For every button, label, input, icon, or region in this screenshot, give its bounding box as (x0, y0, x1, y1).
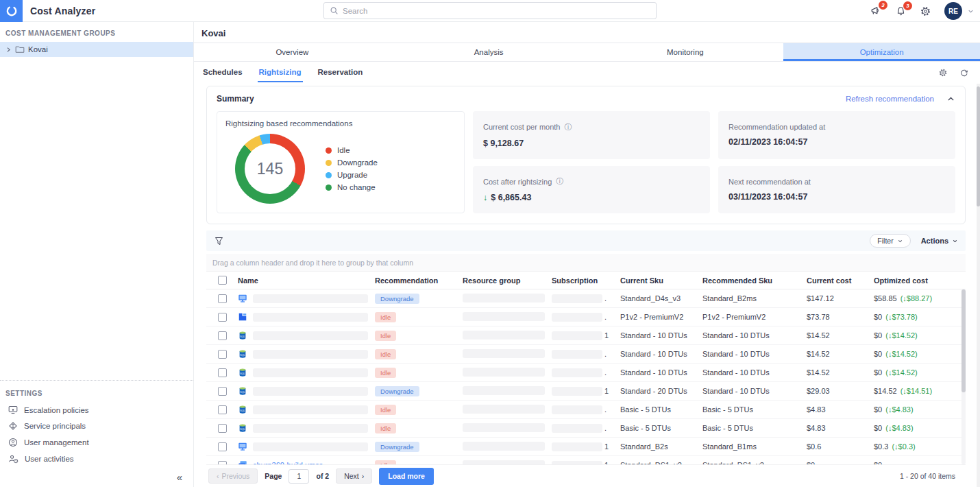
table-row[interactable]: SQLIdle.Basic - 5 DTUsBasic - 5 DTUs$4.8… (206, 419, 966, 438)
column-header-recommended-sku[interactable]: Recommended Sku (702, 276, 807, 285)
row-checkbox[interactable] (218, 294, 227, 303)
svg-text:SQL: SQL (240, 409, 245, 412)
row-checkbox[interactable] (218, 442, 227, 451)
svg-text:SQL: SQL (240, 428, 245, 431)
avatar-chevron-down-icon[interactable] (967, 8, 975, 15)
page-scrollbar[interactable] (977, 84, 980, 487)
app-title: Cost Analyzer (30, 5, 95, 16)
optimized-cost-value: $0 (874, 405, 882, 414)
search-box[interactable] (323, 2, 657, 19)
settings-gear-button[interactable] (920, 5, 931, 17)
row-checkbox[interactable] (218, 461, 227, 465)
card-label-text: Recommendation updated at (728, 123, 825, 131)
row-checkbox[interactable] (218, 424, 227, 433)
optimization-settings-gear-icon[interactable] (938, 68, 948, 78)
column-header-recommendation[interactable]: Recommendation (375, 276, 463, 285)
filter-funnel-icon[interactable] (214, 236, 224, 246)
app-resource-icon (238, 312, 247, 322)
select-all-checkbox[interactable] (218, 276, 227, 285)
card-value-text: 02/11/2023 16:04:57 (728, 137, 807, 147)
table-row[interactable]: SQLDowngrade1Standard - 20 DTUsStandard … (206, 382, 966, 401)
table-row[interactable]: Downgrade.Standard_D4s_v3Standard_B2ms$1… (206, 289, 966, 308)
sidebar-item-service-principals[interactable]: Service principals (0, 418, 193, 434)
actions-dropdown-label: Actions (921, 237, 948, 245)
previous-page-button[interactable]: ‹ Previous (208, 468, 258, 484)
column-header-current-cost[interactable]: Current cost (807, 276, 874, 285)
row-checkbox[interactable] (218, 331, 227, 340)
row-checkbox[interactable] (218, 387, 227, 396)
load-more-button[interactable]: Load more (379, 468, 434, 485)
recommendation-badge: Idle (375, 405, 396, 415)
refresh-icon[interactable] (959, 68, 969, 78)
sql-resource-icon: SQL (238, 349, 247, 359)
page-number-input[interactable] (289, 469, 309, 484)
tab-monitoring[interactable]: Monitoring (587, 43, 784, 61)
row-checkbox[interactable] (218, 313, 227, 322)
table-row[interactable]: SQLIdle.Standard - 10 DTUsStandard - 10 … (206, 345, 966, 364)
next-page-button[interactable]: Next › (336, 468, 372, 484)
user-avatar[interactable]: RE (944, 2, 962, 20)
row-checkbox[interactable] (218, 405, 227, 414)
tab-optimization[interactable]: Optimization (783, 43, 980, 61)
subtab-reservation[interactable]: Reservation (317, 62, 365, 82)
column-header-subscription[interactable]: Subscription (552, 276, 620, 285)
column-header-resource-group[interactable]: Resource group (463, 276, 552, 285)
summary-collapse-chevron-up-icon[interactable] (946, 95, 955, 104)
current-cost-cell: $4.83 (807, 424, 874, 432)
subscription-suffix: . (604, 350, 607, 358)
info-icon[interactable]: ⓘ (565, 122, 572, 132)
table-scrollbar[interactable] (961, 289, 966, 464)
chevron-down-icon (897, 238, 903, 244)
column-header-current-sku[interactable]: Current Sku (620, 276, 702, 285)
sidebar-collapse-button[interactable]: « (0, 467, 193, 487)
actions-dropdown-button[interactable]: Actions (921, 237, 958, 245)
sidebar-item-user-management[interactable]: User management (0, 434, 193, 451)
expand-caret-icon[interactable] (5, 47, 12, 53)
table-row[interactable]: Idle.P1v2 - PremiumV2P1v2 - PremiumV2$73… (206, 308, 966, 326)
row-checkbox[interactable] (218, 368, 227, 377)
recommended-sku-cell: Standard - 10 DTUs (702, 387, 807, 395)
tab-overview[interactable]: Overview (194, 43, 391, 61)
service-principals-icon (8, 421, 18, 431)
subscription-suffix: . (604, 368, 607, 377)
notifications-button[interactable]: 3 (895, 5, 907, 17)
main-area: Kovai OverviewAnalysisMonitoringOptimiza… (194, 22, 980, 487)
info-icon[interactable]: ⓘ (556, 176, 563, 187)
page-scrollbar-thumb[interactable] (977, 86, 980, 206)
table-row[interactable]: SQLIdle.Standard - 10 DTUsStandard - 10 … (206, 364, 966, 382)
recommendation-badge: Downgrade (375, 386, 419, 396)
tab-analysis[interactable]: Analysis (391, 43, 587, 61)
announcements-button[interactable]: 3 (870, 5, 882, 17)
recommended-sku-cell: Standard - 10 DTUs (702, 331, 807, 340)
search-input[interactable] (343, 7, 650, 15)
recommendation-badge: Idle (375, 349, 396, 359)
recommended-sku-cell: P1v2 - PremiumV2 (702, 313, 807, 321)
filter-dropdown-button[interactable]: Filter (870, 234, 910, 248)
column-header-name[interactable]: Name (238, 276, 375, 285)
redacted-resource-name (253, 294, 368, 303)
sidebar-item-escalation-policies[interactable]: Escalation policies (0, 402, 193, 418)
table-scrollbar-thumb[interactable] (961, 289, 966, 392)
redacted-subscription (552, 405, 602, 414)
sql-resource-icon: SQL (238, 386, 247, 396)
table-row[interactable]: SQLIdle.Basic - 5 DTUsBasic - 5 DTUs$4.8… (206, 401, 966, 419)
table-row[interactable]: Downgrade1Standard_B2sStandard_B1ms$0.6$… (206, 438, 966, 456)
sidebar-item-user-activities[interactable]: User activities (0, 451, 193, 467)
tree-item-kovai[interactable]: Kovai (0, 42, 193, 57)
legend-item-upgrade: Upgrade (326, 171, 378, 179)
chevron-down-icon (952, 238, 958, 244)
sidebar-item-label: User activities (25, 455, 74, 463)
optimized-cost-cell: $0 (874, 461, 966, 464)
resource-name-link[interactable]: churn360-build-vmss (253, 461, 323, 464)
subtab-schedules[interactable]: Schedules (201, 62, 244, 82)
table-row[interactable]: churn360-build-vmssIdle1Standard_DS1_v2S… (206, 456, 966, 464)
redacted-resource-name (253, 387, 368, 396)
subtab-rightsizing[interactable]: Rightsizing (258, 62, 303, 82)
refresh-recommendation-link[interactable]: Refresh recommendation (846, 95, 934, 103)
column-header-optimized-cost[interactable]: Optimized cost (874, 276, 966, 285)
chevron-right-icon: › (362, 472, 365, 480)
row-checkbox[interactable] (218, 350, 227, 359)
chart-legend: IdleDowngradeUpgradeNo change (326, 146, 378, 191)
app-logo[interactable] (0, 0, 23, 22)
table-row[interactable]: SQLIdle1Standard - 10 DTUsStandard - 10 … (206, 326, 966, 345)
